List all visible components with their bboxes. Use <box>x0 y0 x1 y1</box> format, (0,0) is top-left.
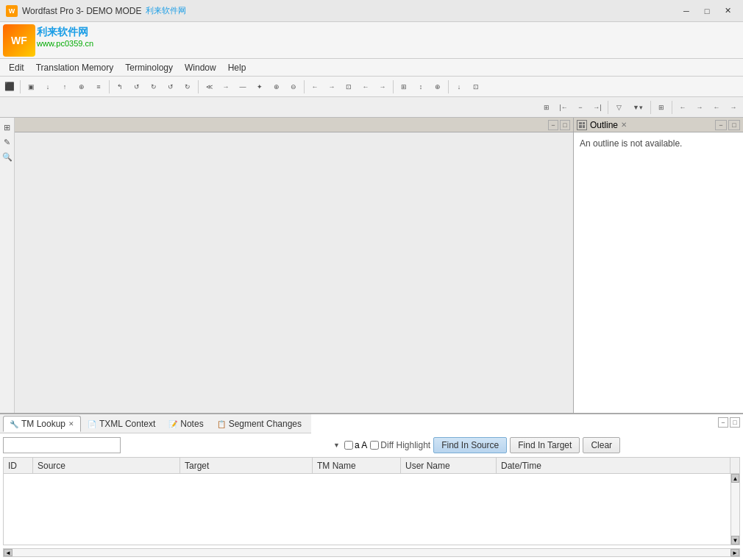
editor-minimize-btn[interactable]: − <box>548 120 558 130</box>
outline-pane: Outline ✕ − □ An outline is not availabl… <box>574 118 743 413</box>
tb2-btn-10[interactable]: ← <box>708 99 725 116</box>
bottom-panel: 🔧 TM Lookup ✕ 📄 TXML Context 📝 Notes 📋 S… <box>0 413 743 560</box>
checkbox-diff-label: Diff Highlight <box>380 440 430 450</box>
tm-scrollbar-y[interactable]: ▲ ▼ <box>730 474 739 545</box>
tb-btn-3[interactable]: ↓ <box>40 79 56 95</box>
th-username: User Name <box>401 458 497 473</box>
tab-tm-lookup[interactable]: 🔧 TM Lookup ✕ <box>3 416 81 432</box>
tb-sep-5 <box>393 80 394 93</box>
tb-btn-21[interactable]: ← <box>358 79 374 95</box>
tab-txml-label: TXML Context <box>99 419 155 429</box>
txml-icon: 📄 <box>88 420 96 428</box>
tb-btn-26[interactable]: ↓ <box>451 79 467 95</box>
tab-segment-changes[interactable]: 📋 Segment Changes <box>210 416 308 431</box>
th-datetime: Date/Time <box>497 458 730 473</box>
tb-btn-20[interactable]: ⊡ <box>341 79 357 95</box>
tb2-btn-4[interactable]: →| <box>589 99 605 116</box>
tb2-btn-3[interactable]: − <box>572 99 589 116</box>
menu-edit[interactable]: Edit <box>3 59 30 76</box>
editor-maximize-btn[interactable]: □ <box>560 120 570 130</box>
tb2-btn-2[interactable]: |← <box>555 99 572 116</box>
app-title: Wordfast Pro 3- DEMO MODE <box>22 6 141 16</box>
tb2-sep-2 <box>650 101 651 114</box>
outline-maximize-btn[interactable]: □ <box>728 120 740 130</box>
bottom-tabs: 🔧 TM Lookup ✕ 📄 TXML Context 📝 Notes 📋 S… <box>0 414 311 433</box>
checkbox-diff[interactable] <box>370 441 379 450</box>
th-source: Source <box>33 458 180 473</box>
tb-btn-15[interactable]: ✦ <box>252 79 268 95</box>
tb-sep-4 <box>304 80 305 93</box>
find-in-source-button[interactable]: Find In Source <box>433 437 507 453</box>
tb2-btn-8[interactable]: ← <box>675 99 691 116</box>
app-icon: W <box>6 5 18 17</box>
tab-txml-context[interactable]: 📄 TXML Context <box>81 416 162 431</box>
tb2-btn-7[interactable]: ⊞ <box>653 99 669 116</box>
outline-icon <box>577 120 587 130</box>
tb2-btn-5[interactable]: ▽ <box>611 99 627 116</box>
tm-lookup-icon: 🔧 <box>10 420 18 428</box>
tb-btn-19[interactable]: → <box>324 79 340 95</box>
outline-title-bar: Outline ✕ − □ <box>574 118 743 132</box>
tb-btn-16[interactable]: ⊕ <box>269 79 285 95</box>
tb-btn-27[interactable]: ⊡ <box>468 79 484 95</box>
tb-btn-17[interactable]: ⊖ <box>285 79 302 95</box>
tab-notes[interactable]: 📝 Notes <box>162 416 210 431</box>
maximize-button[interactable]: □ <box>697 4 717 18</box>
tb2-btn-6[interactable]: ▼▾ <box>628 99 648 116</box>
tb-btn-4[interactable]: ↑ <box>57 79 73 95</box>
bottom-minimize-btn[interactable]: − <box>718 417 728 428</box>
tb2-btn-11[interactable]: → <box>725 99 742 116</box>
scrollbar-down[interactable]: ▼ <box>731 536 739 545</box>
outline-minimize-btn[interactable]: − <box>715 120 727 130</box>
side-btn-1[interactable]: ⊞ <box>1 121 14 134</box>
tb-btn-2[interactable]: ▣ <box>23 79 39 95</box>
checkbox-aa[interactable] <box>344 441 353 450</box>
checkbox-aa-area: a A <box>344 440 367 450</box>
menu-terminology[interactable]: Terminology <box>119 59 179 76</box>
tb-btn-11[interactable]: ↻ <box>179 79 196 95</box>
tb-btn-24[interactable]: ↕ <box>413 79 429 95</box>
scrollbar-left[interactable]: ◄ <box>4 549 13 556</box>
outline-message: An outline is not available. <box>580 138 682 149</box>
bottom-maximize-btn[interactable]: □ <box>730 417 740 428</box>
find-in-target-button[interactable]: Find In Target <box>510 437 580 453</box>
tb-sep-1 <box>20 80 21 93</box>
th-tmname: TM Name <box>313 458 401 473</box>
tb-btn-8[interactable]: ↺ <box>129 79 145 95</box>
side-btn-2[interactable]: ✎ <box>1 135 14 149</box>
tb-btn-23[interactable]: ⊞ <box>396 79 412 95</box>
url-watermark: www.pc0359.cn <box>37 39 93 48</box>
tb2-btn-9[interactable]: → <box>692 99 708 116</box>
tb-btn-18[interactable]: ← <box>307 79 323 95</box>
tb-btn-6[interactable]: ≡ <box>90 79 107 95</box>
tb-btn-1[interactable]: ⬛ <box>1 79 18 95</box>
tb-btn-25[interactable]: ⊕ <box>430 79 446 95</box>
minimize-button[interactable]: ─ <box>677 4 696 18</box>
tb-btn-10[interactable]: ↺ <box>163 79 179 95</box>
tm-table-body <box>4 474 739 545</box>
tb-btn-22[interactable]: → <box>374 79 391 95</box>
outline-close-icon[interactable]: ✕ <box>621 121 627 129</box>
toolbar-1: ⬛ ▣ ↓ ↑ ⊕ ≡ ↰ ↺ ↻ ↺ ↻ ≪ → — ✦ ⊕ ⊖ ← → ⊡ … <box>0 77 743 97</box>
tb-btn-7[interactable]: ↰ <box>112 79 128 95</box>
tb-btn-12[interactable]: ≪ <box>201 79 217 95</box>
tab-tm-lookup-close[interactable]: ✕ <box>68 420 74 428</box>
tab-notes-label: Notes <box>180 419 203 429</box>
menu-window[interactable]: Window <box>179 59 222 76</box>
tb-btn-9[interactable]: ↻ <box>146 79 162 95</box>
tm-search-input[interactable] <box>3 437 121 453</box>
clear-button[interactable]: Clear <box>583 437 620 453</box>
scrollbar-up[interactable]: ▲ <box>731 474 739 483</box>
menu-translation-memory[interactable]: Translation Memory <box>30 59 120 76</box>
close-button[interactable]: ✕ <box>718 4 737 18</box>
search-dropdown-arrow: ▼ <box>333 442 340 449</box>
menu-help[interactable]: Help <box>222 59 252 76</box>
segment-icon: 📋 <box>217 420 226 428</box>
scrollbar-right[interactable]: ► <box>730 549 739 556</box>
tb-btn-13[interactable]: → <box>218 79 234 95</box>
side-btn-3[interactable]: 🔍 <box>1 150 14 163</box>
tb-btn-5[interactable]: ⊕ <box>74 79 90 95</box>
tb2-btn-1[interactable]: ⊞ <box>538 99 555 116</box>
tb-btn-14[interactable]: — <box>235 79 251 95</box>
tm-scrollbar-x[interactable]: ◄ ► <box>3 548 740 557</box>
